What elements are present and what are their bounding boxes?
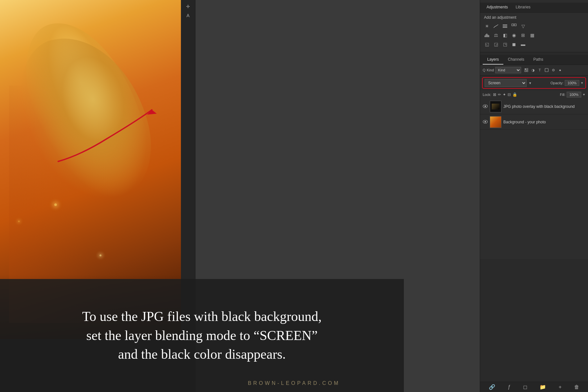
svg-rect-14 [527, 70, 528, 72]
fill-inline: Fill: 100% ▼ [560, 92, 585, 98]
tab-channels[interactable]: Channels [503, 55, 529, 65]
layers-panel: Layers Channels Paths Q Kind Kind ◑ T ⚙ … [480, 55, 588, 259]
search-icon: Q [483, 68, 486, 72]
svg-rect-7 [486, 34, 486, 37]
link-layers-icon[interactable]: 🔗 [489, 384, 495, 390]
adj-icons-row2: ⚖ ◧ ◉ ⊞ ▦ [480, 31, 588, 40]
chevron-opacity-icon: ▼ [581, 81, 583, 85]
layers-toolbar: 🔗 ƒ ◻ 📁 + 🗑 [480, 382, 588, 392]
layer-item[interactable]: JPG photo overlay with black background [480, 99, 588, 114]
adj-icons-row3: ◱ ◲ ◳ ◼ ▬ [480, 40, 588, 49]
layers-tabs: Layers Channels Paths [480, 55, 588, 65]
fill-label: Fill: [560, 93, 565, 97]
lock-move-icon[interactable]: ✦ [503, 92, 506, 97]
chevron-fill-icon: ▼ [583, 93, 585, 96]
svg-rect-12 [527, 68, 528, 70]
posterize-icon[interactable]: ◲ [492, 41, 499, 48]
vibrance-icon[interactable]: ◧ [501, 32, 509, 39]
tab-libraries[interactable]: Libraries [512, 3, 534, 12]
fill-value[interactable]: 100% [567, 92, 581, 98]
levels-icon[interactable] [483, 32, 490, 39]
svg-point-19 [485, 121, 486, 122]
lock-brush-icon[interactable]: ✏ [498, 92, 501, 97]
photo-filter-icon[interactable]: ◉ [510, 32, 518, 39]
pixel-filter-icon[interactable] [524, 67, 529, 73]
opacity-value[interactable]: 100% [565, 80, 579, 86]
adjustments-tabs: Adjustments Libraries [480, 3, 588, 13]
filter-row: Q Kind Kind ◑ T ⚙ ● [480, 65, 588, 76]
invert-icon[interactable]: ◱ [483, 41, 490, 48]
move-tool-icon[interactable]: ✛ [185, 3, 191, 10]
layer-visibility-icon[interactable] [483, 104, 488, 109]
instruction-overlay: To use the JPG files with black backgrou… [0, 279, 404, 392]
opacity-label: Opacity: [551, 81, 563, 85]
svg-rect-2 [503, 26, 507, 26]
svg-rect-8 [487, 34, 487, 37]
blend-row: Screen Normal Multiply Overlay Soft Ligh… [482, 77, 586, 89]
layer-thumbnail [490, 101, 501, 112]
tab-adjustments[interactable]: Adjustments [483, 3, 512, 12]
adjustments-panel: Adjustments Libraries Add an adjustment … [480, 0, 588, 52]
create-new-group-icon[interactable]: 📁 [540, 384, 546, 390]
blend-opacity-container: Screen Normal Multiply Overlay Soft Ligh… [482, 77, 586, 89]
shape-filter-icon[interactable] [544, 67, 549, 73]
add-layer-style-icon[interactable]: ƒ [508, 384, 511, 390]
filter-icons: ◑ T ⚙ ● [524, 67, 563, 73]
kind-select[interactable]: Kind [495, 67, 521, 73]
svg-rect-1 [503, 25, 507, 25]
type-filter-icon[interactable]: T [537, 67, 542, 73]
lock-artboard-icon[interactable]: ⊟ [508, 92, 511, 97]
svg-rect-10 [488, 35, 489, 37]
add-mask-icon[interactable]: ◻ [523, 384, 527, 390]
tab-paths[interactable]: Paths [529, 55, 548, 65]
opacity-inline: Opacity: 100% ▼ [551, 80, 583, 86]
lock-all-icon[interactable]: 🔒 [512, 92, 517, 97]
kind-label: Kind [487, 68, 494, 72]
exposure-icon[interactable]: ⚖ [492, 32, 499, 39]
layer-filter-icon[interactable]: ● [558, 67, 563, 73]
layer-visibility-icon[interactable] [483, 119, 488, 125]
tab-layers[interactable]: Layers [483, 55, 503, 65]
delete-layer-icon[interactable]: 🗑 [574, 384, 579, 390]
channel-mixer-icon[interactable]: ⊞ [520, 32, 527, 39]
blend-mode-select[interactable]: Screen Normal Multiply Overlay Soft Ligh… [485, 79, 527, 87]
layer-name: Background - your photo [503, 120, 585, 124]
smart-filter-icon[interactable]: ⚙ [551, 67, 556, 73]
curves-icon[interactable] [492, 23, 499, 30]
layer-item[interactable]: Background - your photo [480, 114, 588, 130]
brightness-icon[interactable]: ☀ [483, 23, 490, 30]
add-adjustment-label: Add an adjustment [480, 13, 588, 22]
svg-rect-3 [503, 27, 507, 28]
svg-point-17 [485, 105, 486, 107]
color-lookup-icon[interactable]: ▦ [529, 32, 536, 39]
svg-rect-15 [545, 68, 548, 72]
type-tool-icon[interactable]: A [185, 12, 191, 19]
svg-rect-6 [485, 36, 485, 37]
selective-color-icon[interactable]: ◼ [510, 41, 518, 48]
layer-name: JPG photo overlay with black background [503, 104, 585, 109]
arrow-annotation [42, 90, 171, 171]
lock-pixels-icon[interactable]: ⊠ [493, 92, 496, 97]
layer-thumbnail [490, 116, 501, 128]
threshold-icon[interactable]: ◳ [501, 41, 509, 48]
lock-row: Lock: ⊠ ✏ ✦ ⊟ 🔒 Fill: 100% ▼ [480, 90, 588, 99]
watermark: BROWN-LEOPARD.COM [181, 380, 407, 386]
lock-label-text: Lock: [483, 93, 491, 97]
gradient-fill-icon[interactable]: ▬ [520, 41, 527, 48]
svg-rect-9 [488, 35, 488, 37]
svg-rect-4 [512, 24, 514, 26]
ps-panel: Adjustments Libraries Add an adjustment … [480, 0, 588, 392]
chevron-blend-icon: ▼ [529, 81, 532, 85]
hsl-icon[interactable] [501, 23, 509, 30]
adj-icons-row1: ☀ ▽ [480, 22, 588, 31]
instruction-text: To use the JPG files with black backgrou… [82, 307, 321, 364]
svg-rect-5 [514, 24, 516, 26]
create-new-layer-icon[interactable]: + [559, 384, 562, 390]
layers-empty-area [480, 130, 588, 259]
color-balance-icon[interactable] [510, 23, 518, 30]
adjustment-filter-icon[interactable]: ◑ [530, 67, 536, 73]
gradient-map-icon[interactable]: ▽ [520, 23, 527, 30]
svg-rect-11 [525, 68, 526, 70]
lock-icons-group: ⊠ ✏ ✦ ⊟ 🔒 [493, 92, 517, 97]
svg-rect-13 [525, 70, 526, 72]
